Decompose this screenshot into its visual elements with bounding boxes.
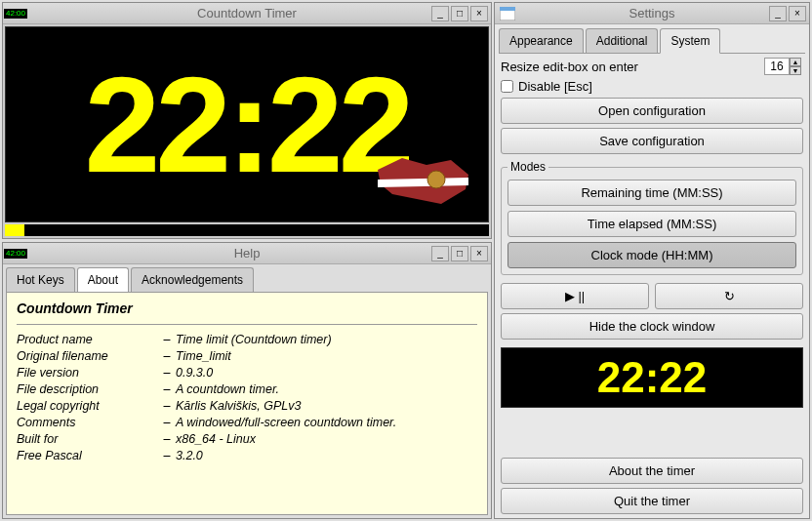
about-field-value: Time_limit (176, 349, 231, 363)
countdown-window: 42:00 Countdown Timer _ □ × 22:22 (2, 2, 492, 239)
divider (17, 324, 477, 325)
help-window: 42:00 Help _ □ × Hot Keys About Acknowle… (2, 242, 492, 519)
window-title: Countdown Timer (3, 6, 491, 20)
window-title: Help (3, 246, 491, 260)
about-panel: Countdown Timer Product name–Time limit … (6, 292, 488, 515)
titlebar[interactable]: 42:00 Help _ □ × (3, 243, 491, 264)
window-icon: 42:00 (5, 5, 26, 22)
quit-timer-button[interactable]: Quit the timer (501, 488, 803, 514)
system-panel: Resize edit-box on enter ▲▼ Disable [Esc… (495, 54, 809, 518)
window-icon (497, 5, 518, 22)
spin-down-icon[interactable]: ▼ (790, 66, 801, 75)
svg-point-0 (427, 171, 445, 188)
tab-about[interactable]: About (77, 267, 129, 292)
play-pause-button[interactable]: ▶ || (501, 283, 649, 309)
latvia-flag-map-icon (373, 150, 480, 214)
about-field-value: Time limit (Countdown timer) (176, 333, 332, 346)
help-tabs: Hot Keys About Acknowledgements (3, 264, 491, 292)
tab-hotkeys[interactable]: Hot Keys (6, 267, 75, 292)
progress-fill (5, 224, 24, 236)
tab-acknowledgements[interactable]: Acknowledgements (131, 267, 254, 292)
close-button[interactable]: × (470, 6, 488, 21)
mode-clock-button[interactable]: Clock mode (HH:MM) (508, 242, 796, 268)
minimize-button[interactable]: _ (769, 6, 787, 21)
about-field-value: A windowed/full-screen countdown timer. (176, 416, 396, 429)
progress-bar (5, 224, 489, 236)
about-row: Free Pascal–3.2.0 (17, 449, 477, 462)
modes-legend: Modes (508, 160, 548, 174)
about-field-value: 3.2.0 (176, 449, 203, 462)
about-field-label: File description (17, 382, 158, 396)
window-title: Settings (495, 6, 809, 20)
modes-group: Modes Remaining time (MM:SS) Time elapse… (501, 160, 803, 275)
about-heading: Countdown Timer (17, 301, 477, 316)
about-row: Original filename–Time_limit (17, 349, 477, 363)
window-icon: 42:00 (5, 245, 26, 262)
mini-clock-preview: 22:22 (501, 347, 803, 408)
about-row: File version–0.9.3.0 (17, 366, 477, 380)
mode-elapsed-button[interactable]: Time elapsed (MM:SS) (508, 211, 796, 237)
tab-system[interactable]: System (660, 28, 720, 54)
resize-input[interactable] (764, 58, 790, 75)
reload-button[interactable]: ↻ (655, 283, 803, 309)
timer-digits: 22:22 (84, 57, 409, 193)
disable-esc-row[interactable]: Disable [Esc] (501, 79, 803, 94)
maximize-button[interactable]: □ (451, 6, 468, 21)
about-row: Product name–Time limit (Countdown timer… (17, 333, 477, 346)
settings-window: Settings _ × Appearance Additional Syste… (494, 2, 810, 519)
about-field-value: Kārlis Kalviškis, GPLv3 (176, 399, 302, 413)
svg-rect-2 (500, 7, 515, 11)
about-field-label: Original filename (17, 349, 158, 363)
timer-display: 22:22 (5, 26, 489, 222)
about-field-label: Built for (17, 432, 158, 446)
about-field-label: Product name (17, 333, 158, 346)
about-field-label: Comments (17, 416, 158, 429)
titlebar[interactable]: 42:00 Countdown Timer _ □ × (3, 3, 491, 24)
close-button[interactable]: × (789, 6, 806, 21)
about-field-value: A countdown timer. (176, 382, 279, 396)
hide-clock-button[interactable]: Hide the clock window (501, 313, 803, 340)
minimize-button[interactable]: _ (431, 6, 449, 21)
minimize-button[interactable]: _ (431, 246, 449, 261)
close-button[interactable]: × (470, 246, 488, 261)
about-field-value: x86_64 - Linux (176, 432, 256, 446)
titlebar[interactable]: Settings _ × (495, 3, 809, 24)
open-config-button[interactable]: Open configuration (501, 98, 803, 124)
about-field-label: Legal copyright (17, 399, 158, 413)
about-row: Comments–A windowed/full-screen countdow… (17, 416, 477, 429)
save-config-button[interactable]: Save configuration (501, 128, 803, 154)
settings-tabs: Appearance Additional System (495, 24, 809, 53)
resize-label: Resize edit-box on enter (501, 60, 760, 74)
about-row: File description–A countdown timer. (17, 382, 477, 396)
about-field-label: Free Pascal (17, 449, 158, 462)
disable-esc-label: Disable [Esc] (518, 79, 592, 94)
about-field-value: 0.9.3.0 (176, 366, 213, 380)
about-row: Legal copyright–Kārlis Kalviškis, GPLv3 (17, 399, 477, 413)
tab-appearance[interactable]: Appearance (499, 28, 584, 53)
about-row: Built for–x86_64 - Linux (17, 432, 477, 446)
about-field-label: File version (17, 366, 158, 380)
tab-additional[interactable]: Additional (586, 28, 659, 53)
disable-esc-checkbox[interactable] (501, 80, 513, 93)
about-timer-button[interactable]: About the timer (501, 458, 803, 484)
maximize-button[interactable]: □ (451, 246, 468, 261)
resize-spinbox[interactable]: ▲▼ (764, 58, 803, 75)
mode-remaining-button[interactable]: Remaining time (MM:SS) (508, 180, 796, 206)
spin-up-icon[interactable]: ▲ (790, 58, 801, 66)
